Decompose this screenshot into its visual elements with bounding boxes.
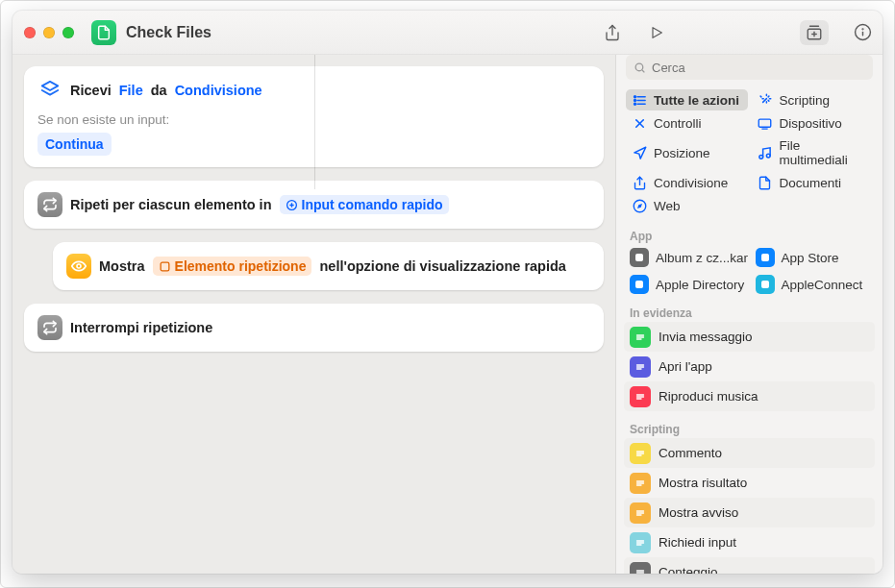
app-icon [756, 275, 775, 294]
share-button[interactable] [602, 22, 623, 43]
category-device[interactable]: Dispositivo [752, 112, 874, 134]
app-icon [630, 275, 649, 294]
app-icon [630, 248, 649, 267]
action-icon [630, 473, 651, 494]
action-list-item[interactable]: Riproduci musica [624, 381, 875, 411]
action-list-item[interactable]: Richiedi input [624, 527, 875, 557]
close-window-button[interactable] [24, 27, 36, 38]
end-repeat-icon [37, 315, 62, 340]
workflow-editor[interactable]: Ricevi File da Condivisione Se non esist… [12, 55, 615, 574]
category-music[interactable]: File multimediali [752, 135, 874, 170]
featured-header: In evidenza [616, 301, 883, 322]
app-item[interactable]: App Store [752, 245, 874, 270]
window-title: Check Files [126, 24, 211, 41]
svg-marker-24 [634, 147, 645, 159]
category-grid: Tutte le azioniScriptingControlliDisposi… [616, 87, 883, 224]
svg-rect-11 [161, 262, 169, 271]
apps-list: Album z cz...kamiApp StoreApple Director… [616, 245, 883, 301]
featured-list: Invia messaggioApri l'appRiproduci music… [616, 322, 883, 417]
show-prefix: Mostra [99, 258, 145, 274]
category-x[interactable]: Controlli [626, 112, 748, 134]
location-icon [632, 145, 647, 160]
action-quicklook[interactable]: Mostra Elemento ripetizione nell'opzione… [53, 242, 604, 290]
repeat-item-token[interactable]: Elemento ripetizione [153, 257, 312, 276]
receive-prefix: Ricevi [70, 83, 112, 98]
receive-mid: da [151, 83, 167, 98]
run-button[interactable] [646, 22, 667, 43]
repeat-input-token[interactable]: Input comando rapido [280, 195, 449, 214]
category-doc[interactable]: Documenti [752, 172, 874, 193]
category-wand[interactable]: Scripting [752, 89, 874, 110]
action-icon [630, 532, 651, 553]
app-icon [756, 248, 775, 267]
app-window: Check Files [12, 11, 883, 574]
scripting-list: CommentoMostra risultatoMostra avvisoRic… [616, 438, 883, 574]
svg-marker-1 [653, 27, 661, 37]
search-input[interactable] [652, 61, 865, 75]
action-icon [630, 562, 651, 575]
app-item[interactable]: Album z cz...kami [626, 245, 748, 270]
app-item[interactable]: AppleConnect [752, 272, 874, 297]
repeat-icon [37, 192, 62, 217]
info-button[interactable] [852, 22, 873, 43]
action-list-item[interactable]: Mostra avviso [624, 498, 875, 527]
search-field[interactable] [626, 55, 873, 80]
action-list-item[interactable]: Invia messaggio [624, 322, 875, 352]
category-list[interactable]: Tutte le azioni [626, 89, 748, 110]
action-list-item[interactable]: Conteggio [624, 557, 875, 574]
action-icon [630, 502, 651, 524]
category-location[interactable]: Posizione [626, 135, 748, 170]
svg-marker-29 [637, 204, 642, 208]
connector-line [314, 55, 315, 189]
svg-rect-22 [758, 119, 771, 127]
svg-rect-31 [761, 254, 769, 261]
action-icon [630, 356, 651, 378]
apps-header: App [616, 224, 883, 245]
svg-rect-32 [635, 281, 643, 288]
scripting-header: Scripting [616, 417, 883, 438]
svg-point-25 [759, 155, 763, 159]
doc-icon [758, 175, 773, 190]
search-icon [634, 61, 646, 74]
category-safari[interactable]: Web [626, 195, 748, 216]
music-icon [758, 145, 773, 160]
show-suffix: nell'opzione di visualizzazione rapida [319, 258, 565, 274]
svg-rect-33 [761, 281, 769, 288]
svg-point-18 [634, 99, 635, 101]
end-repeat-label: Interrompi ripetizione [70, 320, 212, 335]
category-share[interactable]: Condivisione [626, 172, 748, 193]
safari-icon [632, 198, 647, 213]
receive-file-token[interactable]: File [119, 83, 143, 98]
repeat-prefix: Ripeti per ciascun elemento in [70, 197, 272, 212]
action-list-item[interactable]: Apri l'app [624, 352, 875, 381]
list-icon [632, 92, 647, 108]
action-list-item[interactable]: Mostra risultato [624, 468, 875, 498]
svg-line-13 [642, 70, 644, 72]
actions-sidebar: Tutte le azioniScriptingControlliDisposi… [615, 55, 883, 574]
app-item[interactable]: Apple Directory [626, 272, 748, 297]
action-icon [630, 386, 651, 407]
minimize-window-button[interactable] [43, 27, 55, 38]
action-icon [630, 443, 651, 464]
action-end-repeat[interactable]: Interrompi ripetizione [24, 304, 604, 352]
x-icon [632, 115, 647, 131]
svg-point-19 [634, 103, 635, 105]
svg-point-12 [635, 63, 643, 71]
action-list-item[interactable]: Commento [624, 438, 875, 468]
window-controls [24, 27, 74, 38]
svg-point-10 [77, 264, 81, 268]
receive-icon [37, 78, 62, 103]
device-icon [758, 115, 773, 131]
continue-chip[interactable]: Continua [37, 133, 112, 156]
svg-point-26 [766, 154, 770, 158]
quicklook-icon [66, 254, 91, 279]
svg-rect-30 [635, 254, 643, 261]
receive-share-token[interactable]: Condivisione [175, 83, 262, 98]
svg-point-8 [862, 29, 863, 30]
shortcut-app-icon [91, 20, 116, 45]
action-icon [630, 327, 651, 348]
zoom-window-button[interactable] [62, 27, 74, 38]
wand-icon [758, 92, 773, 108]
library-toggle-button[interactable] [800, 20, 829, 45]
svg-point-17 [634, 95, 635, 97]
